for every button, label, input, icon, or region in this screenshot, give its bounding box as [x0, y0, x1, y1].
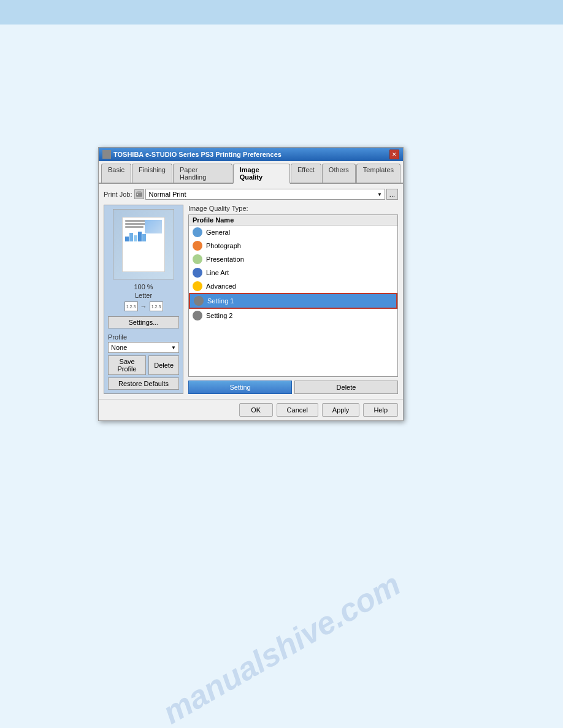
restore-defaults-button[interactable]: Restore Defaults — [108, 377, 179, 390]
print-job-select: Normal Print ▼ ... — [134, 189, 398, 200]
apply-button[interactable]: Apply — [322, 403, 360, 417]
profile-dropdown[interactable]: None ▼ — [108, 342, 179, 353]
svg-rect-2 — [137, 194, 138, 195]
lineart-icon — [193, 268, 202, 278]
presentation-icon — [193, 254, 202, 264]
presentation-label: Presentation — [206, 256, 244, 263]
print-job-row: Print Job: Normal Print ▼ ... — [104, 189, 398, 200]
cancel-button[interactable]: Cancel — [277, 403, 318, 417]
content-split: 100 % Letter 1.2.3 → 1.2.3 Settings... P… — [104, 205, 398, 394]
page-icon-left: 1.2.3 — [124, 301, 138, 311]
dialog-title-text: TOSHIBA e-STUDIO Series PS3 Printing Pre… — [113, 151, 282, 158]
dialog-footer: OK Cancel Apply Help — [99, 399, 403, 420]
watermark: manualshive.com — [156, 566, 407, 728]
bar-4 — [138, 232, 142, 241]
dialog-titlebar: TOSHIBA e-STUDIO Series PS3 Printing Pre… — [99, 148, 403, 161]
iq-type-label: Image Quality Type: — [188, 205, 398, 212]
svg-rect-1 — [137, 191, 141, 193]
doc-preview — [122, 217, 165, 272]
profile-item-photograph[interactable]: Photograph — [189, 239, 397, 252]
tab-basic[interactable]: Basic — [101, 164, 131, 183]
page-icon-right: 1.2.3 — [150, 301, 163, 311]
dialog-window: TOSHIBA e-STUDIO Series PS3 Printing Pre… — [98, 147, 404, 421]
print-job-dropdown[interactable]: Normal Print ▼ — [145, 189, 385, 200]
print-job-label: Print Job: — [104, 191, 132, 198]
tab-templates[interactable]: Templates — [356, 164, 400, 183]
preview-percent: 100 % — [134, 283, 153, 290]
bar-2 — [129, 233, 133, 241]
general-label: General — [206, 229, 230, 236]
delete-button[interactable]: Delete — [294, 381, 398, 394]
bar-1 — [125, 237, 129, 241]
lineart-label: Line Art — [206, 269, 229, 276]
list-action-buttons: Setting Delete — [188, 381, 398, 394]
profile-item-general[interactable]: General — [189, 226, 397, 239]
save-profile-button[interactable]: Save Profile — [108, 355, 146, 375]
top-bar — [0, 0, 563, 25]
general-icon — [193, 227, 202, 237]
profile-list-header: Profile Name — [189, 215, 397, 226]
print-job-extra-btn[interactable]: ... — [386, 189, 398, 200]
setting2-label: Setting 2 — [206, 312, 232, 319]
photo-icon — [193, 241, 202, 251]
dropdown-arrow-icon: ▼ — [377, 192, 382, 197]
doc-image-box — [145, 220, 162, 233]
tab-others[interactable]: Others — [322, 164, 356, 183]
page-icons: 1.2.3 → 1.2.3 — [124, 301, 163, 311]
printer-icon — [102, 150, 111, 159]
doc-line-1 — [125, 220, 147, 222]
help-button[interactable]: Help — [363, 403, 398, 417]
page-sep: → — [140, 303, 147, 310]
advanced-label: Advanced — [206, 282, 236, 290]
profile-row: None ▼ — [108, 342, 179, 353]
profile-section: Profile None ▼ Save Profile Delete Resto… — [108, 333, 179, 390]
tab-effect[interactable]: Effect — [291, 164, 321, 183]
preview-image — [113, 209, 174, 279]
profile-buttons: Save Profile Delete — [108, 355, 179, 375]
main-area: manualshive.com TOSHIBA e-STUDIO Series … — [0, 25, 563, 728]
profile-arrow-icon: ▼ — [171, 345, 176, 351]
bar-3 — [134, 235, 137, 241]
profile-item-presentation[interactable]: Presentation — [189, 252, 397, 266]
close-button[interactable]: ✕ — [389, 150, 399, 159]
profile-item-setting2[interactable]: Setting 2 — [189, 309, 397, 322]
profile-item-advanced[interactable]: Advanced — [189, 279, 397, 293]
tab-paper-handling[interactable]: Paper Handling — [173, 164, 232, 183]
photograph-label: Photograph — [206, 242, 241, 249]
preview-size: Letter — [135, 292, 152, 299]
profile-item-setting1[interactable]: Setting 1 — [189, 293, 397, 309]
right-panel: Image Quality Type: Profile Name General — [188, 205, 398, 394]
profile-label: Profile — [108, 333, 179, 341]
dialog-title: TOSHIBA e-STUDIO Series PS3 Printing Pre… — [102, 150, 282, 159]
tabs-bar: Basic Finishing Paper Handling Image Qua… — [99, 161, 403, 184]
dialog-body: Print Job: Normal Print ▼ ... — [99, 184, 403, 399]
advanced-icon — [193, 281, 202, 291]
profile-list-box: Profile Name General Photograph — [188, 214, 398, 377]
preview-panel: 100 % Letter 1.2.3 → 1.2.3 Settings... P… — [104, 205, 183, 394]
setting1-label: Setting 1 — [207, 297, 234, 305]
setting-button[interactable]: Setting — [188, 381, 292, 394]
delete-profile-button[interactable]: Delete — [148, 355, 179, 375]
doc-line-3 — [125, 226, 144, 228]
print-job-icon — [134, 189, 144, 199]
setting1-icon — [194, 296, 204, 306]
print-job-value: Normal Print — [148, 191, 186, 198]
tab-finishing[interactable]: Finishing — [132, 164, 172, 183]
profile-list-scroll[interactable]: General Photograph Presentation — [189, 226, 397, 366]
profile-item-lineart[interactable]: Line Art — [189, 266, 397, 279]
profile-value: None — [111, 344, 127, 351]
bar-5 — [142, 234, 146, 241]
settings-button[interactable]: Settings... — [108, 316, 179, 328]
tab-image-quality[interactable]: Image Quality — [233, 164, 290, 184]
setting2-icon — [193, 311, 202, 320]
ok-button[interactable]: OK — [239, 403, 273, 417]
